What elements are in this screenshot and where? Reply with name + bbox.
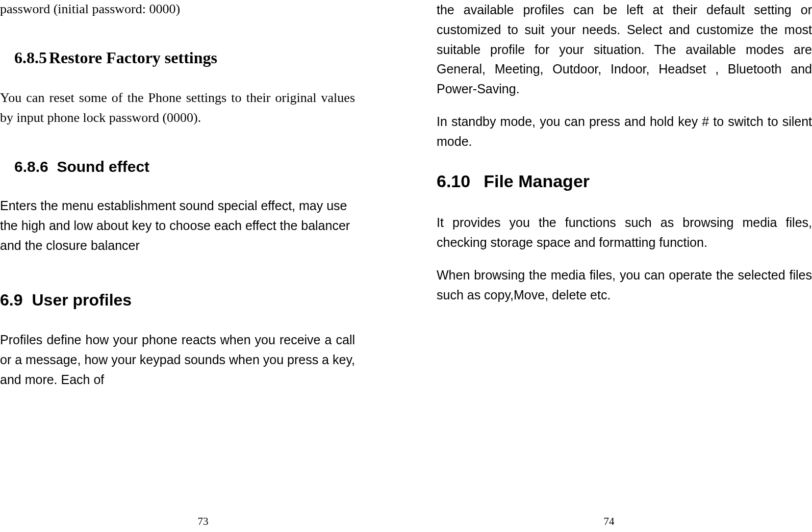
body-text: Profiles define how your phone reacts wh… [0,330,355,389]
heading-title: User profiles [32,291,132,309]
heading-title: File Manager [484,171,590,191]
heading-title: Sound effect [57,158,149,175]
page-left: password (initial password: 0000) 6.8.5R… [0,0,406,532]
page-number-left: 73 [0,515,406,528]
heading-title: Restore Factory settings [49,48,217,67]
document-spread: password (initial password: 0000) 6.8.5R… [0,0,812,532]
page-number-right: 74 [406,515,812,528]
heading-6-8-5: 6.8.5Restore Factory settings [0,48,355,67]
page-right: the available profiles can be left at th… [406,0,812,532]
heading-6-8-6: 6.8.6 Sound effect [0,158,355,175]
heading-6-10: 6.10File Manager [437,171,812,191]
body-text: It provides you the functions such as br… [437,213,812,252]
heading-number: 6.10 [437,171,470,191]
heading-number: 6.8.6 [14,158,48,175]
body-text: You can reset some of the Phone settings… [0,88,355,128]
heading-number: 6.8.5 [14,48,47,67]
heading-6-9: 6.9User profiles [0,291,355,310]
body-text: the available profiles can be left at th… [437,0,812,99]
body-text: When browsing the media files, you can o… [437,265,812,305]
heading-number: 6.9 [0,291,22,310]
body-text: In standby mode, you can press and hold … [437,112,812,151]
fragment-text: password (initial password: 0000) [0,0,355,18]
body-text: Enters the menu establishment sound spec… [0,196,355,255]
